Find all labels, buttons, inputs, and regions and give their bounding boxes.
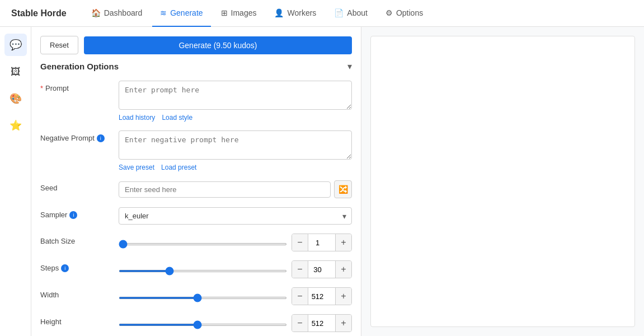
- height-control: − +: [119, 314, 352, 332]
- reset-button[interactable]: Reset: [40, 36, 78, 54]
- sampler-select-wrap: k_euler k_lms k_heun k_dpm_2 DDIM PLMS: [119, 207, 352, 225]
- action-bar: Reset Generate (9.50 kudos): [40, 36, 352, 54]
- batch-size-number-control: − +: [292, 234, 352, 251]
- prompt-links: Load history Load style: [119, 114, 352, 122]
- height-slider[interactable]: [119, 324, 287, 326]
- batch-size-slider[interactable]: [119, 243, 287, 245]
- sampler-row: Sampler i k_euler k_lms k_heun k_dpm_2 D…: [40, 207, 352, 225]
- steps-input[interactable]: [308, 261, 336, 278]
- height-row: Height − +: [40, 314, 352, 332]
- seed-input[interactable]: [119, 181, 331, 198]
- prompt-label: * Prompt: [40, 81, 119, 92]
- dashboard-icon: 🏠: [91, 8, 101, 17]
- height-decrement[interactable]: −: [292, 315, 308, 332]
- steps-control: − +: [119, 260, 352, 278]
- nav-about-label: About: [347, 8, 368, 17]
- workers-icon: 👤: [274, 8, 284, 17]
- right-panel: [361, 27, 644, 336]
- width-decrement[interactable]: −: [292, 288, 308, 305]
- generate-icon: ≋: [160, 8, 167, 17]
- sidebar-item-generate[interactable]: 💬: [4, 34, 27, 56]
- seed-row: Seed 🔀: [40, 180, 352, 198]
- height-number-control: − +: [292, 314, 352, 332]
- sampler-control: k_euler k_lms k_heun k_dpm_2 DDIM PLMS: [119, 207, 352, 225]
- options-icon: ⚙: [386, 8, 393, 17]
- negative-prompt-control: Save preset Load preset: [119, 130, 352, 171]
- nav-dashboard[interactable]: 🏠 Dashboard: [83, 0, 151, 27]
- batch-size-control: − +: [119, 234, 352, 251]
- width-input[interactable]: [308, 288, 336, 305]
- negative-prompt-label: Negative Prompt i: [40, 130, 119, 142]
- nav-options[interactable]: ⚙ Options: [378, 0, 431, 27]
- nav-workers[interactable]: 👤 Workers: [266, 0, 324, 27]
- sampler-info-icon[interactable]: i: [69, 211, 77, 219]
- width-slider-control: − +: [119, 287, 352, 305]
- prompt-row: * Prompt Load history Load style: [40, 81, 352, 122]
- sampler-label: Sampler i: [40, 207, 119, 219]
- sidebar: 💬 🖼 🎨 ⭐: [0, 27, 31, 336]
- load-preset-link[interactable]: Load preset: [161, 164, 196, 171]
- nav-options-label: Options: [396, 8, 423, 17]
- steps-increment[interactable]: +: [336, 261, 351, 278]
- load-history-link[interactable]: Load history: [119, 114, 155, 122]
- height-slider-control: − +: [119, 314, 352, 332]
- section-header: Generation Options ▾: [40, 61, 352, 72]
- negative-prompt-info-icon[interactable]: i: [97, 134, 105, 142]
- width-slider-wrap: [119, 292, 287, 301]
- nav-images-label: Images: [231, 8, 257, 17]
- width-control: − +: [119, 287, 352, 305]
- steps-label: Steps i: [40, 260, 119, 272]
- seed-input-row: 🔀: [119, 180, 352, 198]
- batch-size-label: Batch Size: [40, 234, 119, 245]
- batch-size-decrement[interactable]: −: [292, 234, 308, 251]
- width-label: Width: [40, 287, 119, 299]
- height-label: Height: [40, 314, 119, 326]
- left-panel: Reset Generate (9.50 kudos) Generation O…: [31, 27, 361, 336]
- generate-button[interactable]: Generate (9.50 kudos): [84, 36, 352, 54]
- save-preset-link[interactable]: Save preset: [119, 164, 154, 171]
- app-title: Stable Horde: [11, 8, 67, 18]
- sidebar-item-favorites[interactable]: ⭐: [4, 114, 27, 137]
- steps-slider-wrap: [119, 265, 287, 274]
- content-area: Reset Generate (9.50 kudos) Generation O…: [31, 27, 644, 336]
- height-input[interactable]: [308, 315, 336, 332]
- width-increment[interactable]: +: [336, 288, 351, 305]
- width-number-control: − +: [292, 287, 352, 305]
- prompt-textarea[interactable]: [119, 81, 352, 110]
- steps-row: Steps i − +: [40, 260, 352, 278]
- nav-generate[interactable]: ≋ Generate: [152, 0, 210, 27]
- steps-decrement[interactable]: −: [292, 261, 308, 278]
- prompt-control: Load history Load style: [119, 81, 352, 122]
- sidebar-item-paint[interactable]: 🎨: [4, 87, 27, 110]
- nav-items: 🏠 Dashboard ≋ Generate ⊞ Images 👤 Worker…: [83, 0, 431, 27]
- collapse-icon[interactable]: ▾: [347, 61, 352, 72]
- sampler-select[interactable]: k_euler k_lms k_heun k_dpm_2 DDIM PLMS: [119, 207, 352, 225]
- nav-images[interactable]: ⊞ Images: [213, 0, 265, 27]
- height-slider-wrap: [119, 319, 287, 328]
- steps-info-icon[interactable]: i: [61, 264, 69, 272]
- batch-size-increment[interactable]: +: [336, 234, 351, 251]
- negative-prompt-row: Negative Prompt i Save preset Load prese…: [40, 130, 352, 171]
- section-title: Generation Options: [40, 62, 119, 71]
- nav-about[interactable]: 📄 About: [326, 0, 375, 27]
- steps-slider[interactable]: [119, 270, 287, 272]
- width-slider[interactable]: [119, 297, 287, 299]
- width-row: Width − +: [40, 287, 352, 305]
- steps-slider-control: − +: [119, 260, 352, 278]
- load-style-link[interactable]: Load style: [162, 114, 192, 122]
- about-icon: 📄: [334, 8, 344, 17]
- seed-label: Seed: [40, 180, 119, 192]
- negative-prompt-links: Save preset Load preset: [119, 164, 352, 171]
- images-icon: ⊞: [221, 8, 228, 17]
- seed-random-button[interactable]: 🔀: [334, 180, 352, 198]
- required-star: *: [40, 84, 43, 92]
- batch-size-input[interactable]: [308, 234, 336, 251]
- batch-size-row: Batch Size − +: [40, 234, 352, 251]
- sidebar-item-images[interactable]: 🖼: [4, 60, 27, 83]
- batch-size-slider-control: − +: [119, 234, 352, 251]
- nav-generate-label: Generate: [170, 8, 203, 17]
- nav-workers-label: Workers: [287, 8, 316, 17]
- steps-number-control: − +: [292, 260, 352, 278]
- negative-prompt-textarea[interactable]: [119, 130, 352, 160]
- height-increment[interactable]: +: [336, 315, 351, 332]
